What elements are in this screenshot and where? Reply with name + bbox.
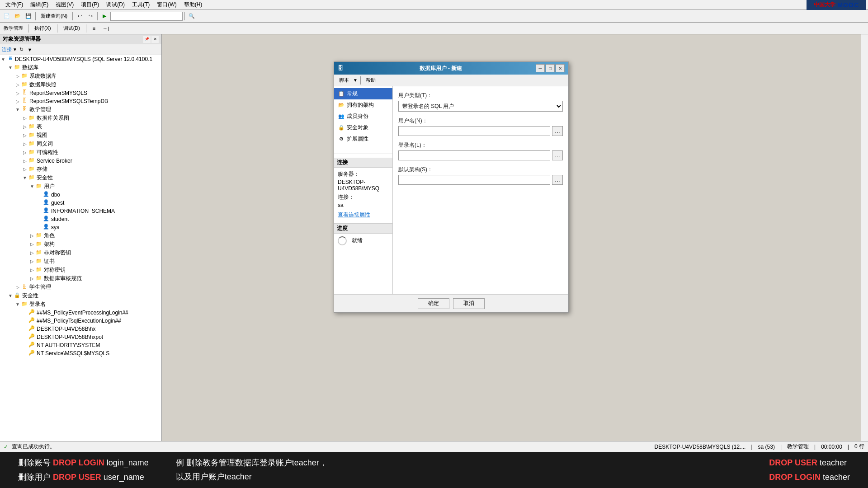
new-btn[interactable]: 📄 [2, 11, 12, 21]
menu-tools[interactable]: 工具(T) [128, 0, 153, 9]
refresh-btn[interactable]: ↻ [18, 46, 25, 53]
play-btn[interactable]: ▶ [99, 11, 109, 21]
undo-btn[interactable]: ↩ [75, 11, 85, 21]
owned-schemas-icon: 📂 [338, 102, 345, 109]
nav-securables[interactable]: 🔒 安全对象 [334, 122, 392, 133]
menu-debug[interactable]: 调试(D) [103, 0, 128, 9]
nav-general[interactable]: 📋 常规 [334, 88, 392, 99]
dialog-title-text: 数据库用户 - 新建 [420, 65, 462, 72]
tree-asymkey[interactable]: ▷ 📁 非对称密钥 [0, 249, 161, 257]
tree-roles[interactable]: ▷ 📁 角色 [0, 231, 161, 240]
tree-schemas[interactable]: ▷ 📁 架构 [0, 240, 161, 249]
menu-project[interactable]: 项目(P) [77, 0, 103, 9]
bottom-middle: 例 删除教务管理数据库登录账户teacher， 以及用户账户teacher [176, 456, 327, 483]
student-icon: 👤 [42, 216, 50, 223]
login-input[interactable] [398, 150, 550, 160]
menu-file[interactable]: 文件(F) [2, 0, 27, 9]
view-conn-props-link[interactable]: 查看连接属性 [338, 211, 370, 218]
tree-storage[interactable]: ▷ 📁 存储 [0, 165, 161, 174]
redo-btn[interactable]: ↪ [85, 11, 95, 21]
menu-view[interactable]: 视图(V) [52, 0, 77, 9]
script-arrow[interactable]: ▼ [353, 78, 358, 83]
tree-svcbroker[interactable]: ▷ 📁 Service Broker [0, 157, 161, 165]
debug-btn[interactable]: 调试(D) [60, 23, 83, 33]
tree-dbaudit[interactable]: ▷ 📁 数据库审核规范 [0, 274, 161, 283]
dbaudit-icon: 📁 [35, 275, 42, 282]
tree-login5[interactable]: 🔑 NT AUTHORITY\SYSTEM [0, 341, 161, 349]
tree-databases[interactable]: ▼ 📁 数据库 [0, 63, 161, 72]
script-btn[interactable]: 脚本 [337, 76, 351, 85]
tree-tables[interactable]: ▷ 📁 表 [0, 122, 161, 131]
username-input[interactable] [398, 126, 550, 136]
format-btn[interactable]: ≡ [89, 23, 99, 33]
username-browse-btn[interactable]: … [552, 126, 563, 136]
tree-views[interactable]: ▷ 📁 视图 [0, 131, 161, 140]
top-security-icon: 🔒 [14, 292, 21, 300]
progress-section-title: 进度 [334, 224, 392, 234]
tree-synonyms[interactable]: ▷ 📁 同义词 [0, 140, 161, 148]
logo-china: 中国大学 [814, 1, 835, 9]
tree-infoschema[interactable]: 👤 INFORMATION_SCHEMA [0, 207, 161, 215]
login6-icon: 🔑 [28, 350, 35, 357]
server-input[interactable] [110, 12, 183, 21]
tree-login2[interactable]: 🔑 ##MS_PolicyTsqlExecutionLogin## [0, 317, 161, 325]
nav-membership[interactable]: 👥 成员身份 [334, 111, 392, 122]
filter-btn[interactable]: ▼ [26, 46, 33, 53]
tree-sys[interactable]: 👤 sys [0, 223, 161, 231]
infoschema-icon: 👤 [42, 207, 50, 215]
tree-symkey[interactable]: ▷ 📁 对称密钥 [0, 266, 161, 274]
dialog-close-btn[interactable]: ✕ [556, 64, 565, 72]
tree-cert[interactable]: ▷ 📁 证书 [0, 257, 161, 266]
save-btn[interactable]: 💾 [24, 11, 33, 21]
connect-btn[interactable]: 连接 [2, 46, 12, 53]
nav-extended-props[interactable]: ⚙ 扩展属性 [334, 133, 392, 145]
tree-jxgl[interactable]: ▼ 🗄 教学管理 [0, 105, 161, 114]
cert-icon: 📁 [35, 258, 42, 265]
tree-logins[interactable]: ▼ 📁 登录名 [0, 300, 161, 309]
search-btn[interactable]: 🔍 [187, 11, 197, 21]
menu-edit[interactable]: 编辑(E) [27, 0, 52, 9]
tree-dbsnap[interactable]: ▷ 📁 数据库快照 [0, 80, 161, 89]
tree-prog[interactable]: ▷ 📁 可编程性 [0, 148, 161, 157]
dialog-new-user: 🗄 数据库用户 - 新建 ─ □ ✕ 脚本 ▼ 帮助 [334, 61, 569, 313]
toolbar-secondary: 教学管理 执行(X) 调试(D) ≡ →| [0, 23, 868, 34]
execute-btn[interactable]: 执行(X) [31, 23, 54, 33]
tree-server[interactable]: ▼ 🖥 DESKTOP-U4VD58B\MYSQLS (SQL Server 1… [0, 55, 161, 63]
tree-guest[interactable]: 👤 guest [0, 199, 161, 207]
oe-close-btn[interactable]: ✕ [151, 36, 159, 43]
new-query-btn[interactable]: 新建查询(N) [38, 11, 71, 21]
tree-top-security[interactable]: ▼ 🔒 安全性 [0, 291, 161, 300]
dialog-minimize-btn[interactable]: ─ [536, 64, 545, 72]
cancel-button[interactable]: 取消 [453, 298, 485, 309]
login-browse-btn[interactable]: … [552, 150, 563, 160]
nav-owned-schemas[interactable]: 📂 拥有的架构 [334, 99, 392, 111]
rs2-label: ReportServer$MYSQLSTempDB [29, 98, 108, 104]
ok-button[interactable]: 确定 [418, 298, 449, 309]
tree-security-db[interactable]: ▼ 📁 安全性 [0, 174, 161, 182]
tree-users[interactable]: ▼ 📁 用户 [0, 182, 161, 191]
open-btn[interactable]: 📂 [13, 11, 23, 21]
tree-dbo[interactable]: 👤 dbo [0, 191, 161, 199]
tree-rs1[interactable]: ▷ 🗄 ReportServer$MYSQLS [0, 89, 161, 97]
help-btn[interactable]: 帮助 [363, 76, 378, 85]
menu-window[interactable]: 窗口(W) [153, 0, 180, 9]
tree-login3[interactable]: 🔑 DESKTOP-U4VD58B\hx [0, 325, 161, 333]
schema-browse-btn[interactable]: … [552, 175, 563, 185]
tree-sysdb[interactable]: ▷ 📁 系统数据库 [0, 72, 161, 80]
tree-login6[interactable]: 🔑 NT Service\MSSQL$MYSQLS [0, 349, 161, 357]
xsgl-icon: 🗄 [21, 284, 28, 291]
syn-icon: 📁 [28, 141, 35, 148]
oe-pin-btn[interactable]: 📌 [143, 36, 151, 43]
storage-label: 存储 [37, 165, 47, 173]
indent-btn[interactable]: →| [101, 23, 111, 33]
menu-help[interactable]: 帮助(H) [180, 0, 206, 9]
tree-student[interactable]: 👤 student [0, 215, 161, 223]
tree-dbdiag[interactable]: ▷ 📁 数据库关系图 [0, 114, 161, 122]
schema-input[interactable] [398, 175, 550, 185]
tree-rs2[interactable]: ▷ 🗄 ReportServer$MYSQLSTempDB [0, 97, 161, 105]
tree-xsgl[interactable]: ▷ 🗄 学生管理 [0, 283, 161, 291]
user-type-select[interactable]: 带登录名的 SQL 用户无登录名的 SQL 用户映射到证书的用户映射到非对称密钥… [398, 101, 563, 112]
tree-login4[interactable]: 🔑 DESKTOP-U4VD58B\hxpot [0, 333, 161, 341]
tree-login1[interactable]: 🔑 ##MS_PolicyEventProcessingLogin## [0, 309, 161, 317]
dialog-maximize-btn[interactable]: □ [546, 64, 555, 72]
